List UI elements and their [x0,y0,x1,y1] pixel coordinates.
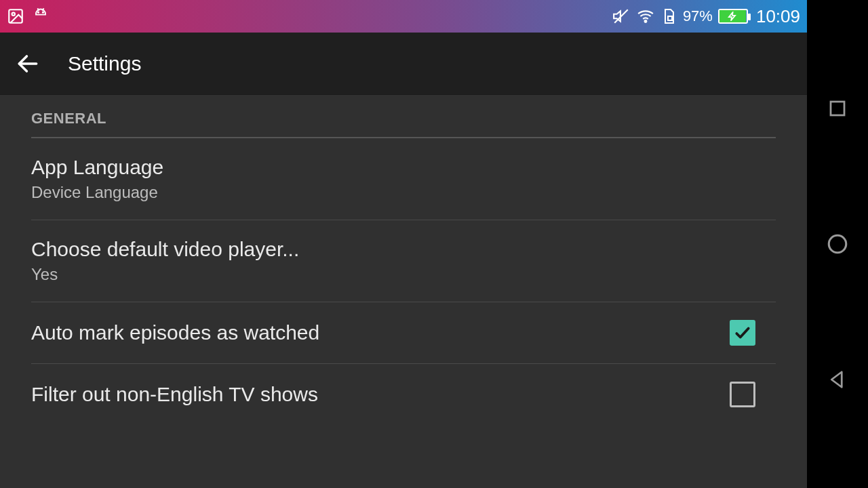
system-nav-bar [807,0,868,488]
setting-app-language[interactable]: App Language Device Language [0,138,807,220]
setting-title: Filter out non-English TV shows [31,383,318,406]
setting-auto-mark-watched[interactable]: Auto mark episodes as watched [0,302,807,363]
page-title: Settings [68,52,141,75]
setting-subtitle: Device Language [31,183,163,202]
setting-title: App Language [31,156,163,179]
checkbox-unchecked[interactable] [730,382,755,407]
app-bar: Settings [0,33,807,95]
svg-point-1 [12,13,15,16]
battery-icon [718,9,748,24]
back-button[interactable] [15,51,41,77]
nav-back-button[interactable] [824,366,851,393]
svg-point-11 [829,235,846,253]
mute-icon [612,7,630,25]
setting-default-player[interactable]: Choose default video player... Yes [0,220,807,302]
sim-icon [661,7,677,25]
svg-rect-10 [831,102,844,115]
checkbox-checked[interactable] [730,320,755,346]
setting-title: Auto mark episodes as watched [31,321,319,344]
battery-percent: 97% [683,7,713,25]
svg-rect-8 [668,16,672,20]
nav-recent-button[interactable] [824,95,851,122]
nav-home-button[interactable] [824,230,851,258]
clock-text: 10:09 [756,6,800,27]
setting-filter-non-english[interactable]: Filter out non-English TV shows [0,364,807,425]
setting-subtitle: Yes [31,265,299,284]
svg-marker-12 [831,372,842,388]
android-icon [31,7,50,26]
setting-title: Choose default video player... [31,238,299,261]
status-bar: 97% 10:09 [0,0,807,33]
settings-list[interactable]: GENERAL App Language Device Language Cho… [0,95,807,488]
svg-point-4 [38,12,39,12]
wifi-icon [635,7,656,25]
section-header-general: GENERAL [0,95,807,133]
svg-point-5 [43,12,43,12]
picture-icon [7,7,24,25]
svg-point-7 [644,20,646,22]
